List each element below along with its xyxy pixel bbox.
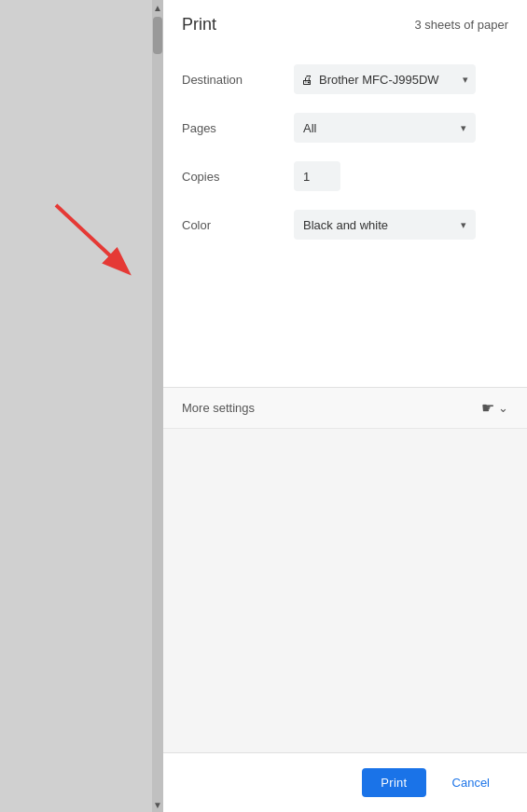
more-settings-chevron-icon: ⌄ xyxy=(498,401,508,415)
destination-label: Destination xyxy=(182,73,294,87)
print-button[interactable]: Print xyxy=(362,768,425,797)
svg-line-1 xyxy=(56,205,126,270)
print-preview-panel: ▲ ▼ xyxy=(0,0,163,812)
document-preview-area xyxy=(163,428,527,753)
print-header: Print 3 sheets of paper xyxy=(163,0,527,48)
footer-buttons: Print Cancel xyxy=(163,752,527,812)
cursor-hand-icon: ☛ xyxy=(481,399,494,417)
copies-input[interactable] xyxy=(294,161,340,191)
copies-row: Copies xyxy=(163,152,527,200)
print-title: Print xyxy=(182,15,216,34)
printer-icon: 🖨 xyxy=(301,73,313,87)
color-select[interactable]: Black and white Color xyxy=(294,210,476,240)
destination-dropdown[interactable]: 🖨 Brother MFC-J995DW ▾ xyxy=(294,64,476,94)
color-label: Color xyxy=(182,218,294,232)
color-row: Color Black and white Color ▾ xyxy=(163,200,527,249)
more-settings-row[interactable]: More settings ☛ ⌄ xyxy=(163,387,527,428)
pages-select-wrapper: All Custom ▾ xyxy=(294,113,476,143)
pages-select[interactable]: All Custom xyxy=(294,113,476,143)
pages-row: Pages All Custom ▾ xyxy=(163,103,527,152)
pages-control: All Custom ▾ xyxy=(294,113,508,143)
destination-value: Brother MFC-J995DW xyxy=(319,73,453,87)
destination-row: Destination 🖨 Brother MFC-J995DW ▾ xyxy=(163,55,527,103)
scroll-down-arrow[interactable]: ▼ xyxy=(152,797,163,812)
scrollbar[interactable]: ▲ ▼ xyxy=(152,0,163,812)
red-arrow-annotation xyxy=(28,196,149,289)
more-settings-icon-group: ☛ ⌄ xyxy=(481,399,508,417)
print-dialog-panel: Print 3 sheets of paper Destination 🖨 Br… xyxy=(163,0,527,812)
copies-control xyxy=(294,161,508,191)
sheets-info: 3 sheets of paper xyxy=(415,18,508,32)
more-settings-label: More settings xyxy=(182,401,255,415)
copies-label: Copies xyxy=(182,170,294,184)
settings-area: Destination 🖨 Brother MFC-J995DW ▾ Pages… xyxy=(163,48,527,387)
color-select-wrapper: Black and white Color ▾ xyxy=(294,210,476,240)
destination-chevron-icon: ▾ xyxy=(463,74,468,86)
pages-label: Pages xyxy=(182,121,294,135)
scroll-up-arrow[interactable]: ▲ xyxy=(152,0,163,15)
color-control: Black and white Color ▾ xyxy=(294,210,508,240)
destination-control: 🖨 Brother MFC-J995DW ▾ xyxy=(294,64,508,94)
scrollbar-thumb[interactable] xyxy=(153,17,162,54)
cancel-button[interactable]: Cancel xyxy=(434,768,508,797)
